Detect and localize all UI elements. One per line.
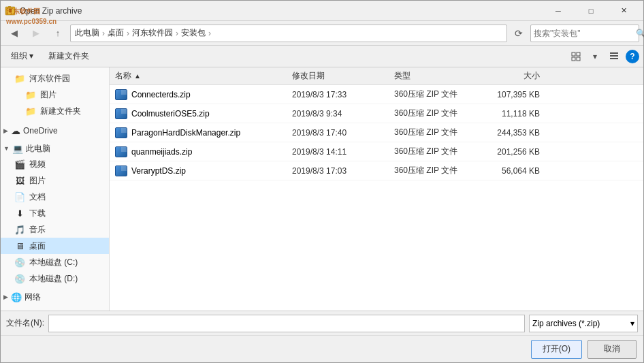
filename-input[interactable] xyxy=(48,315,525,332)
path-part-0[interactable]: 此电脑 xyxy=(75,27,99,39)
sidebar-item-drive-c[interactable]: 💿 本地磁盘 (C:) xyxy=(1,254,109,270)
file-name-cell: CoolmusteriOSE5.zip xyxy=(110,108,287,119)
file-date: 2019/8/3 9:34 xyxy=(287,109,389,119)
title-bar: Open Zip archive ─ □ ✕ xyxy=(1,1,643,21)
dialog-button-row: 打开(O) 取消 xyxy=(1,335,643,362)
sidebar-item-hedong[interactable]: 📁 河东软件园 xyxy=(1,70,109,86)
view-controls: ▾ ? xyxy=(567,48,639,65)
file-date: 2019/8/3 17:40 xyxy=(287,128,389,138)
main-content: 📁 河东软件园 📁 图片 📁 新建文件夹 ▶ ☁ OneDrive ▼ 💻 xyxy=(1,67,643,311)
maximize-button[interactable]: □ xyxy=(575,1,607,21)
zip-file-icon xyxy=(115,146,127,157)
help-button[interactable]: ? xyxy=(626,50,639,63)
window-controls: ─ □ ✕ xyxy=(543,1,639,21)
sidebar-thispc-label: 此电脑 xyxy=(26,143,50,155)
file-size: 244,353 KB xyxy=(477,128,545,138)
filetype-label: Zip archives (*.zip) xyxy=(532,319,600,328)
svg-rect-9 xyxy=(610,52,618,54)
sidebar: 📁 河东软件园 📁 图片 📁 新建文件夹 ▶ ☁ OneDrive ▼ 💻 xyxy=(1,67,110,311)
col-header-name[interactable]: 名称 ▲ xyxy=(110,70,287,82)
sidebar-item-label: 本地磁盘 (D:) xyxy=(29,273,78,285)
sidebar-item-images[interactable]: 📁 图片 xyxy=(1,86,109,103)
sidebar-item-label: 图片 xyxy=(40,89,57,101)
address-path-box[interactable]: 此电脑 › 桌面 › 河东软件园 › 安装包 › xyxy=(70,25,507,42)
video-icon: 🎬 xyxy=(14,159,25,170)
sidebar-item-downloads[interactable]: ⬇ 下载 xyxy=(1,205,109,221)
zip-file-icon xyxy=(115,89,127,100)
search-input[interactable] xyxy=(534,29,636,38)
refresh-button[interactable]: ⟳ xyxy=(510,25,528,42)
chevron-icon: ▼ xyxy=(3,145,10,152)
folder-icon: 📁 xyxy=(25,89,36,100)
view-dropdown-button[interactable]: ▾ xyxy=(586,48,604,65)
sidebar-network-label: 网络 xyxy=(25,291,41,303)
sidebar-item-pics[interactable]: 🖼 图片 xyxy=(1,172,109,189)
file-type: 360压缩 ZIP 文件 xyxy=(389,89,477,100)
bottom-bar: 文件名(N): Zip archives (*.zip) ▾ xyxy=(1,311,643,335)
sidebar-item-label: 视频 xyxy=(29,159,46,170)
sidebar-item-docs[interactable]: 📄 文档 xyxy=(1,189,109,205)
file-name-cell: quanmeijiads.zip xyxy=(110,146,287,157)
sidebar-item-newfolder[interactable]: 📁 新建文件夹 xyxy=(1,103,109,119)
svg-rect-10 xyxy=(610,55,618,57)
sidebar-network-header[interactable]: ▶ 🌐 网络 xyxy=(1,289,109,304)
sidebar-thispc-header[interactable]: ▼ 💻 此电脑 xyxy=(1,141,109,156)
minimize-button[interactable]: ─ xyxy=(543,1,574,21)
docs-icon: 📄 xyxy=(14,191,25,202)
sidebar-item-drive-d[interactable]: 💿 本地磁盘 (D:) xyxy=(1,270,109,287)
svg-rect-2 xyxy=(8,6,11,8)
file-size: 201,256 KB xyxy=(477,147,545,157)
cancel-button[interactable]: 取消 xyxy=(587,340,637,359)
filetype-select[interactable]: Zip archives (*.zip) ▾ xyxy=(529,315,638,332)
sidebar-item-label: 文档 xyxy=(29,191,46,203)
sidebar-item-label: 桌面 xyxy=(29,240,46,252)
table-row[interactable]: Connecterds.zip 2019/8/3 17:33 360压缩 ZIP… xyxy=(110,85,643,104)
file-name: ParagonHardDiskManager.zip xyxy=(131,128,240,138)
desktop-icon: 🖥 xyxy=(14,240,25,251)
path-part-2[interactable]: 河东软件园 xyxy=(132,27,173,39)
sidebar-item-desktop[interactable]: 🖥 桌面 xyxy=(1,238,109,254)
sidebar-onedrive-label: OneDrive xyxy=(23,126,58,136)
sidebar-item-label: 本地磁盘 (C:) xyxy=(29,257,78,268)
sidebar-onedrive-header[interactable]: ▶ ☁ OneDrive xyxy=(1,123,109,138)
thispc-icon: 💻 xyxy=(12,144,23,154)
onedrive-icon: ☁ xyxy=(11,125,20,136)
path-part-3[interactable]: 安装包 xyxy=(181,27,206,39)
table-row[interactable]: quanmeijiads.zip 2019/8/3 14:11 360压缩 ZI… xyxy=(110,142,643,161)
drive-c-icon: 💿 xyxy=(14,257,25,268)
col-header-type[interactable]: 类型 xyxy=(389,70,477,82)
drive-d-icon: 💿 xyxy=(14,273,25,284)
back-button[interactable]: ◀ xyxy=(5,24,24,43)
sidebar-item-music[interactable]: 🎵 音乐 xyxy=(1,221,109,238)
sidebar-item-label: 音乐 xyxy=(29,224,46,236)
organize-button[interactable]: 组织 ▾ xyxy=(5,48,39,65)
search-box[interactable]: 🔍 xyxy=(530,25,639,42)
table-row[interactable]: VeraryptDS.zip 2019/8/3 17:03 360压缩 ZIP … xyxy=(110,161,643,180)
zip-file-icon xyxy=(115,127,127,138)
path-part-1[interactable]: 桌面 xyxy=(108,27,124,39)
address-bar: ◀ ▶ ↑ 此电脑 › 桌面 › 河东软件园 › 安装包 › ⟳ 🔍 xyxy=(1,21,643,46)
zip-file-icon xyxy=(115,165,127,176)
file-name: CoolmusteriOSE5.zip xyxy=(131,109,210,119)
svg-rect-7 xyxy=(572,57,575,61)
file-date: 2019/8/3 17:33 xyxy=(287,90,389,99)
table-row[interactable]: ParagonHardDiskManager.zip 2019/8/3 17:4… xyxy=(110,123,643,142)
svg-rect-4 xyxy=(9,10,12,12)
sidebar-item-video[interactable]: 🎬 视频 xyxy=(1,156,109,172)
sidebar-item-label: 河东软件园 xyxy=(29,73,70,84)
new-folder-button[interactable]: 新建文件夹 xyxy=(42,48,95,65)
col-header-date[interactable]: 修改日期 xyxy=(287,70,389,82)
file-type: 360压缩 ZIP 文件 xyxy=(389,108,477,119)
table-row[interactable]: CoolmusteriOSE5.zip 2019/8/3 9:34 360压缩 … xyxy=(110,104,643,123)
folder-icon: 📁 xyxy=(14,73,25,84)
view-detail-button[interactable] xyxy=(605,48,623,65)
close-button[interactable]: ✕ xyxy=(608,1,639,21)
chevron-icon: ▶ xyxy=(3,127,8,134)
view-grid-button[interactable] xyxy=(567,48,585,65)
filetype-dropdown-icon: ▾ xyxy=(630,319,634,328)
up-button[interactable]: ↑ xyxy=(48,24,67,43)
col-header-size[interactable]: 大小 xyxy=(477,70,545,82)
forward-button[interactable]: ▶ xyxy=(27,24,46,43)
open-button[interactable]: 打开(O) xyxy=(531,340,582,359)
svg-rect-11 xyxy=(610,58,618,59)
